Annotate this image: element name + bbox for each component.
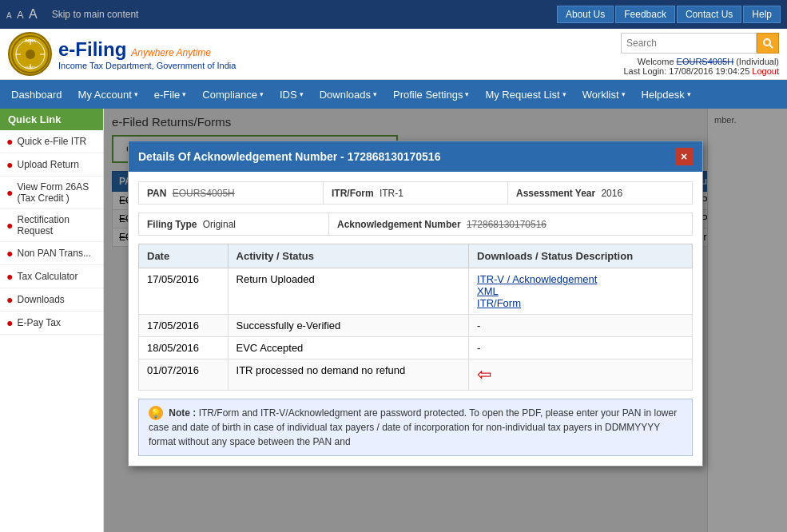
brand-tagline: Anywhere Anytime	[131, 47, 211, 58]
detail-col-activity: Activity / Status	[228, 244, 469, 268]
nav-ids[interactable]: IDS▾	[272, 80, 312, 109]
modal-ay-cell: Assessment Year 2016	[508, 182, 692, 204]
filing-type-value: Original	[203, 219, 236, 230]
detail-row-4: 01/07/2016 ITR processed no demand no re…	[139, 359, 693, 391]
pan-label: PAN	[147, 188, 166, 199]
help-btn[interactable]: Help	[743, 6, 781, 23]
last-login-value: 17/08/2016 19:04:25	[669, 66, 749, 76]
ay-label: Assessment Year	[516, 188, 595, 199]
nav-dashboard[interactable]: Dashboard	[3, 80, 70, 109]
sidebar-item-label: View Form 26AS (Tax Credit )	[17, 181, 97, 204]
sidebar-title: Quick Link	[0, 109, 103, 130]
detail-date: 01/07/2016	[139, 359, 229, 391]
search-input[interactable]	[621, 33, 757, 54]
main-content: e-Filed Returns/Forms Click here to view…	[104, 109, 787, 532]
sidebar-item-epay-tax[interactable]: ● E-Pay Tax	[0, 312, 103, 335]
modal-itr-cell: ITR/Form ITR-1	[324, 182, 508, 204]
sidebar-item-label: Tax Calculator	[17, 271, 78, 282]
sidebar-item-form26as[interactable]: ● View Form 26AS (Tax Credit )	[0, 177, 103, 209]
note-box: 💡 Note : ITR/Form and ITR-V/Acknowledgme…	[138, 399, 693, 456]
detail-row-3: 18/05/2016 EVC Accepted -	[139, 337, 693, 359]
search-button[interactable]	[757, 33, 779, 54]
detail-col-date: Date	[139, 244, 229, 268]
contact-us-btn[interactable]: Contact Us	[677, 6, 741, 23]
department-name: Income Tax Department, Government of Ind…	[58, 61, 236, 70]
font-a-large[interactable]: A	[29, 7, 38, 21]
sidebar-item-label: Downloads	[17, 294, 64, 305]
modal-body: PAN EOURS4005H ITR/Form ITR-1 Assessment…	[129, 172, 702, 466]
content-wrapper: Quick Link ● Quick e-File ITR ● Upload R…	[0, 109, 787, 532]
bullet-icon: ●	[6, 219, 13, 232]
nav-efile[interactable]: e-File▾	[146, 80, 195, 109]
acknowledgement-modal: Details Of Acknowledgement Number - 1728…	[128, 141, 703, 466]
nav-worklist[interactable]: Worklist▾	[574, 80, 634, 109]
nav-my-request-list[interactable]: My Request List▾	[477, 80, 574, 109]
bullet-icon: ●	[6, 293, 13, 306]
top-bar-right: About Us Feedback Contact Us Help	[557, 6, 781, 23]
font-a-small[interactable]: A	[6, 11, 12, 20]
detail-col-downloads: Downloads / Status Description	[469, 244, 693, 268]
svg-line-10	[770, 45, 773, 48]
detail-downloads: -	[469, 315, 693, 337]
modal-header: Details Of Acknowledgement Number - 1728…	[129, 141, 702, 172]
xml-link[interactable]: XML	[477, 285, 499, 297]
nav-my-account[interactable]: My Account▾	[70, 80, 146, 109]
user-type: (Individual)	[736, 57, 779, 66]
bullet-icon: ●	[6, 247, 13, 260]
brand-name: e-Filing	[58, 38, 126, 61]
nav-downloads[interactable]: Downloads▾	[312, 80, 385, 109]
nav-compliance[interactable]: Compliance▾	[194, 80, 272, 109]
skip-to-main[interactable]: Skip to main content	[52, 9, 139, 20]
sidebar-item-quick-efile[interactable]: ● Quick e-File ITR	[0, 130, 103, 153]
sidebar-item-rectification[interactable]: ● Rectification Request	[0, 209, 103, 242]
bullet-icon: ●	[6, 270, 13, 283]
modal-filing-type-cell: Filing Type Original	[139, 213, 329, 235]
logout-link[interactable]: Logout	[752, 66, 779, 76]
note-text: ITR/Form and ITR-V/Acknowledgment are pa…	[149, 407, 677, 447]
modal-close-button[interactable]: ×	[675, 148, 693, 165]
svg-point-9	[764, 39, 770, 46]
font-size-controls: A A A	[6, 7, 38, 22]
detail-downloads: -	[469, 337, 693, 359]
search-icon	[762, 38, 773, 49]
sidebar: Quick Link ● Quick e-File ITR ● Upload R…	[0, 109, 104, 532]
modal-ack-cell: Acknowledgement Number 172868130170516	[329, 213, 692, 235]
pan-value: EOURS4005H	[173, 188, 235, 199]
modal-overlay[interactable]: Details Of Acknowledgement Number - 1728…	[104, 109, 787, 532]
bullet-icon: ●	[6, 316, 13, 329]
itrform-link[interactable]: ITR/Form	[477, 297, 521, 309]
bullet-icon: ●	[6, 186, 13, 199]
nav-helpdesk[interactable]: Helpdesk▾	[634, 80, 699, 109]
itrv-ack-link[interactable]: ITR-V / Acknowledgement	[477, 273, 597, 285]
last-login-label: Last Login:	[623, 66, 666, 76]
font-a-medium[interactable]: A	[17, 9, 24, 21]
modal-info-row-2: Filing Type Original Acknowledgement Num…	[138, 212, 693, 236]
note-icon: 💡	[149, 406, 163, 420]
red-arrow-icon: ⇦	[477, 364, 491, 384]
detail-row-2: 17/05/2016 Successfully e-Verified -	[139, 315, 693, 337]
ack-value: 172868130170516	[467, 219, 547, 230]
top-bar: A A A Skip to main content About Us Feed…	[0, 0, 787, 29]
nav-profile-settings[interactable]: Profile Settings▾	[385, 80, 477, 109]
note-title: Note :	[169, 407, 196, 419]
sidebar-item-non-pan[interactable]: ● Non PAN Trans...	[0, 242, 103, 265]
itr-value: ITR-1	[380, 188, 403, 199]
search-bar	[621, 33, 779, 54]
modal-title: Details Of Acknowledgement Number - 1728…	[138, 150, 440, 163]
detail-row-1: 17/05/2016 Return Uploaded ITR-V / Ackno…	[139, 268, 693, 315]
header: INDIA GOVT e-Filing Anywhere Anytime Inc…	[0, 29, 787, 80]
logo-text: e-Filing Anywhere Anytime Income Tax Dep…	[58, 38, 236, 70]
filing-type-label: Filing Type	[147, 219, 197, 230]
modal-pan-cell: PAN EOURS4005H	[139, 182, 324, 204]
svg-point-2	[26, 50, 35, 59]
detail-activity: Return Uploaded	[228, 268, 469, 315]
sidebar-item-upload-return[interactable]: ● Upload Return	[0, 153, 103, 177]
detail-activity: ITR processed no demand no refund	[228, 359, 469, 391]
about-us-btn[interactable]: About Us	[557, 6, 614, 23]
bullet-icon: ●	[6, 158, 13, 171]
sidebar-item-downloads[interactable]: ● Downloads	[0, 288, 103, 312]
username: EOURS4005H	[677, 57, 734, 66]
ay-value: 2016	[601, 188, 622, 199]
sidebar-item-tax-calculator[interactable]: ● Tax Calculator	[0, 265, 103, 288]
feedback-btn[interactable]: Feedback	[615, 6, 675, 23]
